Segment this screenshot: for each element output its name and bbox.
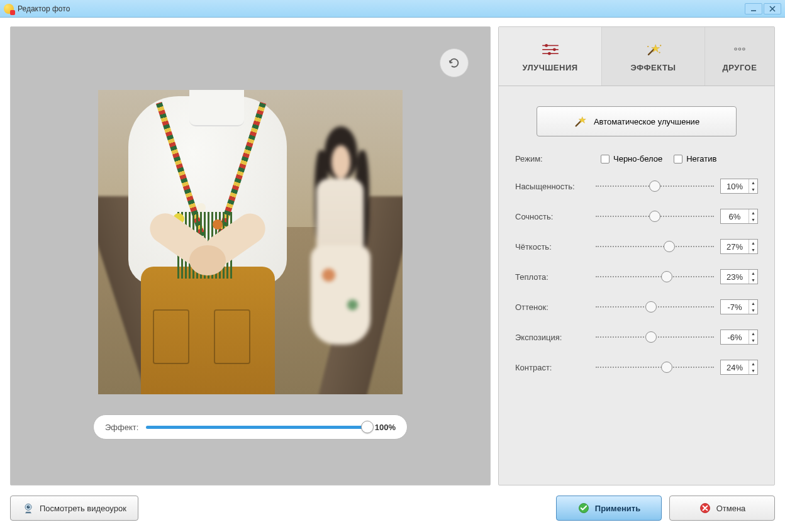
checkbox-bw[interactable]: Черно-белое	[601, 154, 662, 163]
svg-point-14	[735, 48, 737, 50]
spinner-up[interactable]: ▲	[749, 300, 757, 307]
spinner-up[interactable]: ▲	[749, 360, 757, 367]
tab-other[interactable]: ДРУГОЕ	[705, 27, 774, 86]
tab-other-label: ДРУГОЕ	[723, 63, 757, 72]
spinner-down[interactable]: ▼	[749, 216, 757, 223]
spinner-vibrance[interactable]: 6%▲▼	[720, 209, 758, 224]
slider-row-vibrance: Сочность:6%▲▼	[515, 209, 758, 224]
slider-label-sharpness: Чёткость:	[515, 242, 589, 252]
slider-thumb-contrast[interactable]	[661, 362, 672, 373]
tab-improvements[interactable]: УЛУЧШЕНИЯ	[499, 27, 602, 86]
cancel-label: Отмена	[716, 504, 746, 513]
spinner-contrast[interactable]: 24%▲▼	[720, 360, 758, 375]
checkbox-box[interactable]	[674, 155, 682, 163]
webcam-icon	[22, 502, 35, 514]
slider-thumb-saturation[interactable]	[649, 180, 660, 192]
slider-track-hue[interactable]	[596, 306, 714, 308]
tab-effects[interactable]: ЭФФЕКТЫ	[602, 27, 705, 86]
effect-label: Эффект:	[105, 423, 138, 432]
spinner-value-sharpness: 27%	[721, 242, 749, 252]
check-circle-icon	[577, 502, 590, 514]
cancel-button[interactable]: Отмена	[669, 496, 775, 521]
effect-value: 100%	[375, 423, 396, 432]
footer: Посмотреть видеоурок Применить Отмена	[10, 493, 775, 523]
more-icon	[730, 40, 750, 58]
auto-enhance-button[interactable]: Автоматическое улучшение	[537, 106, 737, 136]
sliders-icon	[540, 40, 560, 58]
apply-label: Применить	[595, 504, 640, 513]
slider-label-contrast: Контраст:	[515, 363, 589, 372]
spinner-up[interactable]: ▲	[749, 179, 757, 186]
watch-video-button[interactable]: Посмотреть видеоурок	[10, 496, 138, 521]
effect-slider[interactable]	[146, 426, 367, 429]
spinner-up[interactable]: ▲	[749, 209, 757, 216]
spinner-down[interactable]: ▼	[749, 337, 757, 344]
slider-track-saturation[interactable]	[596, 186, 714, 187]
slider-row-warmth: Теплота:23%▲▼	[515, 269, 758, 284]
close-button[interactable]	[764, 3, 781, 14]
slider-label-hue: Оттенок:	[515, 302, 589, 312]
spinner-hue[interactable]: -7%▲▼	[720, 299, 758, 314]
spinner-sharpness[interactable]: 27%▲▼	[720, 239, 758, 254]
svg-point-6	[545, 44, 548, 47]
slider-track-warmth[interactable]	[596, 276, 714, 277]
undo-button[interactable]	[440, 48, 469, 77]
slider-row-saturation: Насыщенность:10%▲▼	[515, 179, 758, 194]
effect-slider-thumb[interactable]	[361, 421, 374, 433]
slider-label-warmth: Теплота:	[515, 272, 589, 282]
slider-track-contrast[interactable]	[596, 367, 714, 368]
checkbox-box[interactable]	[601, 155, 610, 163]
checkbox-negative-label: Негатив	[686, 154, 716, 163]
apply-button[interactable]: Применить	[556, 496, 662, 521]
cancel-circle-icon	[699, 502, 711, 514]
app-icon	[4, 4, 14, 14]
slider-thumb-sharpness[interactable]	[664, 241, 675, 252]
spinner-exposure[interactable]: -6%▲▼	[720, 330, 758, 345]
tabs: УЛУЧШЕНИЯ ЭФФЕКТЫ ДРУГ	[499, 27, 774, 86]
spinner-up[interactable]: ▲	[749, 270, 757, 277]
checkbox-negative[interactable]: Негатив	[674, 154, 716, 163]
spinner-down[interactable]: ▼	[749, 277, 757, 284]
spinner-value-vibrance: 6%	[721, 212, 749, 221]
svg-point-20	[27, 506, 30, 509]
slider-thumb-hue[interactable]	[645, 301, 657, 313]
mode-row: Режим: Черно-белое Негатив	[515, 154, 758, 163]
magic-wand-icon	[643, 40, 664, 58]
spinner-value-hue: -7%	[721, 302, 749, 312]
spinner-down[interactable]: ▼	[749, 367, 757, 374]
auto-enhance-label: Автоматическое улучшение	[594, 117, 699, 126]
slider-thumb-exposure[interactable]	[645, 331, 657, 343]
photo-preview	[98, 90, 403, 394]
slider-track-exposure[interactable]	[596, 336, 714, 338]
slider-row-exposure: Экспозиция:-6%▲▼	[515, 330, 758, 345]
slider-label-vibrance: Сочность:	[515, 212, 589, 221]
slider-thumb-warmth[interactable]	[661, 271, 672, 282]
svg-point-21	[28, 506, 29, 507]
tab-effects-label: ЭФФЕКТЫ	[630, 63, 676, 72]
slider-thumb-vibrance[interactable]	[649, 211, 660, 222]
spinner-value-contrast: 24%	[721, 363, 749, 372]
spinner-saturation[interactable]: 10%▲▼	[720, 179, 758, 194]
spinner-value-saturation: 10%	[721, 182, 749, 191]
minimize-button[interactable]	[745, 3, 762, 14]
spinner-warmth[interactable]: 23%▲▼	[720, 269, 758, 284]
svg-point-12	[660, 45, 661, 46]
spinner-down[interactable]: ▼	[749, 307, 757, 314]
tab-improvements-label: УЛУЧШЕНИЯ	[522, 63, 577, 72]
watch-video-label: Посмотреть видеоурок	[40, 504, 126, 513]
slider-track-vibrance[interactable]	[596, 216, 714, 217]
svg-point-7	[553, 48, 556, 51]
effect-slider-bar: Эффект: 100%	[93, 414, 408, 440]
spinner-down[interactable]: ▼	[749, 247, 757, 253]
svg-point-15	[738, 48, 741, 50]
spinner-up[interactable]: ▲	[749, 330, 757, 337]
spinner-down[interactable]: ▼	[749, 186, 757, 193]
svg-point-13	[659, 52, 660, 53]
slider-track-sharpness[interactable]	[596, 246, 714, 247]
spinner-value-exposure: -6%	[721, 333, 749, 342]
mode-label: Режим:	[515, 154, 589, 163]
spinner-up[interactable]: ▲	[749, 240, 757, 247]
slider-row-sharpness: Чёткость:27%▲▼	[515, 239, 758, 254]
spinner-value-warmth: 23%	[721, 272, 749, 282]
magic-wand-icon	[574, 114, 587, 128]
